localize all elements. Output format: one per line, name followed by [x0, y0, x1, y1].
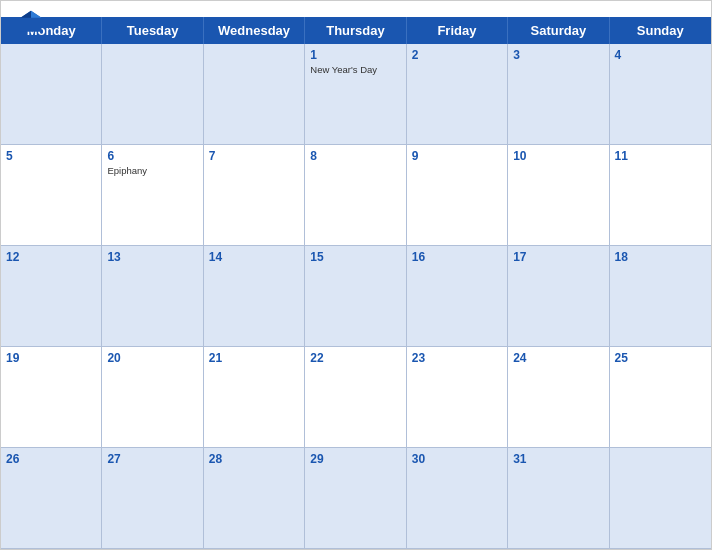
calendar-week: 56Epiphany7891011	[1, 145, 711, 246]
day-cell: 6Epiphany	[102, 145, 203, 246]
day-cell: 1New Year's Day	[305, 44, 406, 145]
day-cell: 12	[1, 246, 102, 347]
weekday-header: Saturday	[508, 17, 609, 44]
holiday-label: New Year's Day	[310, 64, 400, 75]
day-cell: 31	[508, 448, 609, 549]
calendar-grid: 1New Year's Day23456Epiphany789101112131…	[1, 44, 711, 549]
day-number: 9	[412, 149, 502, 163]
day-number: 11	[615, 149, 706, 163]
day-cell: 21	[204, 347, 305, 448]
day-cell: 14	[204, 246, 305, 347]
day-number: 19	[6, 351, 96, 365]
weekday-header: Friday	[407, 17, 508, 44]
calendar-header	[1, 1, 711, 17]
day-number: 25	[615, 351, 706, 365]
day-number: 3	[513, 48, 603, 62]
calendar-week: 262728293031	[1, 448, 711, 549]
day-number: 17	[513, 250, 603, 264]
day-number: 29	[310, 452, 400, 466]
day-number: 26	[6, 452, 96, 466]
day-cell: 19	[1, 347, 102, 448]
day-number: 8	[310, 149, 400, 163]
day-number: 15	[310, 250, 400, 264]
day-cell	[1, 44, 102, 145]
day-cell	[204, 44, 305, 145]
logo-icon	[17, 9, 45, 37]
day-number: 21	[209, 351, 299, 365]
day-number: 18	[615, 250, 706, 264]
day-number: 6	[107, 149, 197, 163]
day-cell: 27	[102, 448, 203, 549]
holiday-label: Epiphany	[107, 165, 197, 176]
day-number: 30	[412, 452, 502, 466]
weekday-header: Sunday	[610, 17, 711, 44]
day-cell: 13	[102, 246, 203, 347]
day-cell	[610, 448, 711, 549]
day-cell: 16	[407, 246, 508, 347]
day-number: 31	[513, 452, 603, 466]
day-cell: 2	[407, 44, 508, 145]
day-number: 5	[6, 149, 96, 163]
weekday-header: Wednesday	[204, 17, 305, 44]
day-number: 23	[412, 351, 502, 365]
day-cell: 7	[204, 145, 305, 246]
day-number: 7	[209, 149, 299, 163]
logo-area	[17, 9, 49, 37]
calendar-container: MondayTuesdayWednesdayThursdayFridaySatu…	[0, 0, 712, 550]
svg-marker-1	[31, 11, 42, 18]
day-cell: 18	[610, 246, 711, 347]
day-number: 13	[107, 250, 197, 264]
day-cell: 4	[610, 44, 711, 145]
day-cell: 17	[508, 246, 609, 347]
day-cell: 25	[610, 347, 711, 448]
day-cell: 24	[508, 347, 609, 448]
day-number: 28	[209, 452, 299, 466]
calendar-week: 19202122232425	[1, 347, 711, 448]
day-cell: 9	[407, 145, 508, 246]
day-number: 27	[107, 452, 197, 466]
svg-marker-2	[21, 11, 32, 18]
day-number: 16	[412, 250, 502, 264]
day-number: 14	[209, 250, 299, 264]
day-cell: 15	[305, 246, 406, 347]
weekday-header: Thursday	[305, 17, 406, 44]
day-number: 4	[615, 48, 706, 62]
day-number: 20	[107, 351, 197, 365]
day-number: 1	[310, 48, 400, 62]
calendar-week: 12131415161718	[1, 246, 711, 347]
calendar-week: 1New Year's Day234	[1, 44, 711, 145]
weekdays-row: MondayTuesdayWednesdayThursdayFridaySatu…	[1, 17, 711, 44]
day-cell: 20	[102, 347, 203, 448]
weekday-header: Tuesday	[102, 17, 203, 44]
day-number: 10	[513, 149, 603, 163]
day-cell: 29	[305, 448, 406, 549]
day-number: 2	[412, 48, 502, 62]
day-cell: 30	[407, 448, 508, 549]
day-cell: 8	[305, 145, 406, 246]
day-cell: 10	[508, 145, 609, 246]
day-cell: 26	[1, 448, 102, 549]
day-cell: 22	[305, 347, 406, 448]
day-cell: 3	[508, 44, 609, 145]
day-cell: 28	[204, 448, 305, 549]
day-number: 12	[6, 250, 96, 264]
day-number: 24	[513, 351, 603, 365]
day-cell: 23	[407, 347, 508, 448]
day-cell: 11	[610, 145, 711, 246]
day-cell	[102, 44, 203, 145]
day-number: 22	[310, 351, 400, 365]
day-cell: 5	[1, 145, 102, 246]
